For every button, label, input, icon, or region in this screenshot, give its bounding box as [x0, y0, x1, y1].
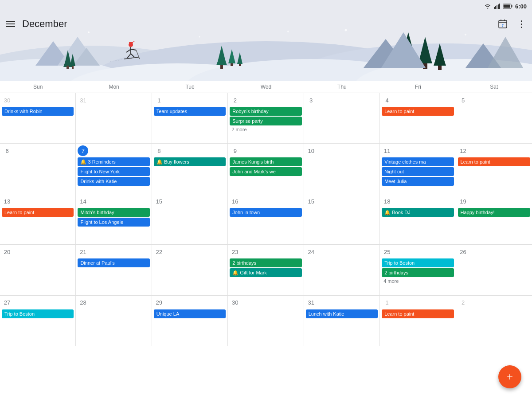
- date-number-w1-d3[interactable]: 9: [230, 145, 240, 156]
- event-w3-d5-e0[interactable]: Trip to Boston: [382, 258, 454, 267]
- date-number-w1-d0[interactable]: 6: [2, 145, 12, 156]
- event-w4-d4-e0[interactable]: Lunch with Katie: [306, 309, 378, 318]
- time-display: 6:00: [515, 3, 527, 10]
- date-number-w3-d3[interactable]: 23: [230, 246, 240, 257]
- date-number-w2-d1[interactable]: 14: [78, 196, 88, 207]
- event-w3-d3-e0[interactable]: 2 birthdays: [230, 258, 301, 267]
- date-number-w2-d3[interactable]: 16: [230, 196, 240, 207]
- date-number-w1-d6[interactable]: 12: [458, 145, 469, 156]
- wifi-icon: [484, 4, 491, 9]
- event-w2-d1-e1[interactable]: Flight to Los Angele: [78, 218, 149, 227]
- date-number-w1-d5[interactable]: 11: [382, 145, 392, 156]
- date-number-w0-d4[interactable]: 3: [306, 95, 317, 106]
- more-options-button[interactable]: ⋮: [517, 19, 526, 29]
- date-number-w0-d5[interactable]: 4: [382, 95, 392, 106]
- calendar-cell-w4-d3: 30: [228, 296, 304, 346]
- date-number-w4-d4[interactable]: 31: [306, 297, 317, 308]
- event-w1-d1-e0[interactable]: 🔔 3 Reminders: [78, 157, 149, 166]
- event-w1-d5-e2[interactable]: Meet Julia: [382, 177, 454, 186]
- date-number-w1-d4[interactable]: 10: [306, 145, 317, 156]
- event-w0-d2-e0[interactable]: Team updates: [154, 107, 226, 116]
- date-number-w1-d2[interactable]: 8: [154, 145, 164, 156]
- date-number-w2-d6[interactable]: 19: [458, 196, 469, 207]
- calendar-cell-w3-d3: 232 birthdays🔔 Gift for Mark: [228, 245, 304, 295]
- event-w4-d2-e0[interactable]: Unique LA: [154, 309, 226, 318]
- event-w1-d1-e2[interactable]: Drinks with Katie: [78, 177, 149, 186]
- svg-rect-42: [220, 65, 223, 69]
- date-number-w2-d2[interactable]: 15: [154, 196, 164, 207]
- calendar-today-button[interactable]: 7: [496, 17, 510, 31]
- date-number-w3-d4[interactable]: 24: [306, 246, 317, 257]
- menu-button[interactable]: [6, 21, 15, 27]
- date-number-w2-d5[interactable]: 18: [382, 196, 392, 207]
- event-w2-d0-e0[interactable]: Learn to paint: [2, 208, 74, 217]
- calendar-cell-w4-d4: 31Lunch with Katie: [304, 296, 380, 346]
- event-w2-d5-e0[interactable]: 🔔 Book DJ: [382, 208, 454, 217]
- date-number-w1-d1[interactable]: 7: [78, 145, 88, 156]
- event-w1-d6-e0[interactable]: Learn to paint: [458, 157, 530, 166]
- calendar-cell-w3-d2: 22: [152, 245, 228, 295]
- event-w1-d3-e1[interactable]: John and Mark's we: [230, 167, 301, 176]
- more-link-w3-d5[interactable]: 4 more: [382, 278, 454, 284]
- date-number-w4-d3[interactable]: 30: [230, 297, 240, 308]
- date-number-w0-d3[interactable]: 2: [230, 95, 240, 106]
- date-number-w2-d4[interactable]: 15: [306, 196, 317, 207]
- event-w1-d5-e1[interactable]: Night out: [382, 167, 454, 176]
- date-number-w3-d2[interactable]: 22: [154, 246, 164, 257]
- event-w1-d3-e0[interactable]: James Kung's birth: [230, 157, 301, 166]
- event-w1-d5-e0[interactable]: Vintage clothes ma: [382, 157, 454, 166]
- calendar-cell-w2-d4: 15: [304, 194, 380, 245]
- event-w0-d3-e0[interactable]: Robyn's birthday: [230, 107, 301, 116]
- svg-rect-27: [72, 66, 74, 69]
- calendar-grid: 30Drinks with Robin311Team updates2Robyn…: [0, 93, 532, 397]
- event-w0-d3-e1[interactable]: Surprise party: [230, 117, 301, 125]
- event-w4-d5-e0[interactable]: Learn to paint: [382, 309, 454, 318]
- svg-point-60: [88, 31, 90, 33]
- svg-line-38: [133, 41, 134, 42]
- day-header-thu: Thu: [304, 81, 380, 93]
- date-number-w3-d1[interactable]: 21: [78, 246, 88, 257]
- date-number-w4-d2[interactable]: 29: [154, 297, 164, 308]
- date-number-w0-d6[interactable]: 5: [458, 95, 469, 106]
- calendar-cell-w1-d1: 7🔔 3 RemindersFlight to New YorkDrinks w…: [76, 144, 152, 194]
- event-w0-d0-e0[interactable]: Drinks with Robin: [2, 107, 74, 116]
- svg-rect-7: [503, 5, 510, 8]
- event-w0-d5-e0[interactable]: Learn to paint: [382, 107, 454, 116]
- event-w4-d0-e0[interactable]: Trip to Boston: [2, 309, 74, 318]
- date-number-w4-d0[interactable]: 27: [2, 297, 12, 308]
- svg-rect-1: [495, 6, 496, 9]
- event-w3-d1-e0[interactable]: Dinner at Paul's: [78, 258, 149, 267]
- svg-rect-3: [498, 4, 499, 9]
- event-w1-d2-e0[interactable]: 🔔 Buy flowers: [154, 157, 226, 166]
- date-number-w0-d2[interactable]: 1: [154, 95, 164, 106]
- date-number-w0-d0[interactable]: 30: [2, 95, 12, 106]
- event-w2-d1-e0[interactable]: Mitch's birthday: [78, 208, 149, 217]
- date-number-w4-d5[interactable]: 1: [382, 297, 392, 308]
- event-w3-d3-e1[interactable]: 🔔 Gift for Mark: [230, 268, 301, 277]
- calendar-cell-w1-d2: 8🔔 Buy flowers: [152, 144, 228, 194]
- status-icons: 6:00: [484, 3, 527, 10]
- calendar-cell-w2-d3: 16John in town: [228, 194, 304, 245]
- date-number-w0-d1[interactable]: 31: [78, 95, 88, 106]
- more-link-w0-d3[interactable]: 2 more: [230, 126, 301, 133]
- calendar-cell-w1-d5: 11Vintage clothes maNight outMeet Julia: [380, 144, 456, 194]
- day-header-wed: Wed: [228, 81, 304, 93]
- date-number-w4-d1[interactable]: 28: [78, 297, 88, 308]
- date-number-w2-d0[interactable]: 13: [2, 196, 12, 207]
- event-w2-d3-e0[interactable]: John in town: [230, 208, 301, 217]
- event-w2-d6-e0[interactable]: Happy birthday!: [458, 208, 530, 217]
- date-number-w3-d0[interactable]: 20: [2, 246, 12, 257]
- date-number-w3-d5[interactable]: 25: [382, 246, 392, 257]
- event-w3-d5-e1[interactable]: 2 birthdays: [382, 268, 454, 277]
- calendar-icon: 7: [497, 19, 508, 29]
- calendar-cell-w1-d3: 9James Kung's birthJohn and Mark's we: [228, 144, 304, 194]
- date-number-w3-d6[interactable]: 26: [458, 246, 469, 257]
- calendar-cell-w3-d1: 21Dinner at Paul's: [76, 245, 152, 295]
- event-w1-d1-e1[interactable]: Flight to New York: [78, 167, 149, 176]
- svg-rect-4: [499, 4, 500, 9]
- date-number-w4-d6[interactable]: 2: [458, 297, 469, 308]
- svg-point-63: [199, 36, 200, 38]
- add-event-button[interactable]: +: [498, 365, 521, 388]
- calendar-cell-w4-d6: 2: [456, 296, 532, 346]
- svg-rect-0: [494, 7, 495, 9]
